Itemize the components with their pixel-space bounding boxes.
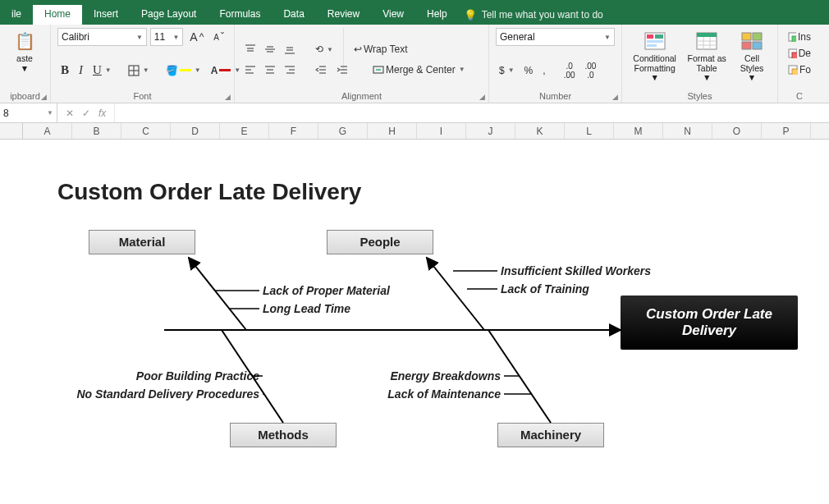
svg-rect-35 [697,33,717,37]
orientation-icon: ⟲ [315,44,323,55]
cell-styles-button[interactable]: Cell Styles▼ [733,28,771,85]
svg-line-53 [427,258,484,330]
col-A[interactable]: A [23,123,72,139]
clipboard-launcher[interactable]: ◢ [41,93,47,101]
number-format-combo[interactable]: General▼ [496,28,615,46]
group-number-label: Number ◢ [496,89,615,101]
svg-rect-41 [753,33,762,40]
align-bottom-button[interactable] [281,42,299,57]
col-J[interactable]: J [466,123,515,139]
cancel-formula-button[interactable]: ✕ [66,108,74,119]
col-H[interactable]: H [368,123,417,139]
fishbone-lines [0,140,829,501]
merge-center-button[interactable]: Merge & Center▼ [369,62,469,77]
col-O[interactable]: O [712,123,762,139]
align-center-button[interactable] [261,62,279,77]
group-clipboard-label: ipboard ◢ [7,89,44,101]
format-as-table-button[interactable]: Format as Table▼ [684,28,730,85]
percent-format-button[interactable]: % [521,63,537,78]
increase-font-button[interactable]: A^ [186,29,207,45]
decrease-decimal-button[interactable]: .00.0 [582,60,600,81]
svg-line-52 [189,258,246,330]
col-P[interactable]: P [762,123,811,139]
svg-rect-31 [655,34,663,39]
tab-data[interactable]: Data [272,5,315,25]
tell-me-search[interactable]: 💡 Tell me what you want to do [464,5,603,25]
tab-page-layout[interactable]: Page Layout [130,5,208,25]
svg-line-55 [488,330,551,423]
font-name-combo[interactable]: Calibri▼ [57,28,147,46]
cell-styles-icon [740,30,763,53]
comma-format-button[interactable]: , [539,63,548,78]
bold-button[interactable]: B [57,62,72,79]
tab-home[interactable]: Home [33,5,82,25]
merge-icon [373,64,384,76]
align-right-button[interactable] [281,62,299,77]
fx-button[interactable]: fx [98,108,106,119]
column-headers: A B C D E F G H I J K L M N O P [0,123,829,140]
col-I[interactable]: I [417,123,466,139]
orientation-button[interactable]: ⟲▼ [312,42,337,57]
font-launcher[interactable]: ◢ [225,93,231,101]
tab-view[interactable]: View [371,5,415,25]
formula-bar: 8 ▼ ✕ ✓ fx [0,103,829,123]
decrease-indent-button[interactable] [312,62,330,77]
format-cells-button[interactable]: Fo [785,62,814,77]
tell-me-label: Tell me what you want to do [482,9,603,21]
col-D[interactable]: D [171,123,220,139]
tab-review[interactable]: Review [316,5,371,25]
decrease-font-button[interactable]: Aˇ [210,30,227,44]
col-G[interactable]: G [318,123,368,139]
borders-button[interactable]: ▼ [125,63,153,78]
increase-decimal-button[interactable]: .0.00 [561,60,579,81]
conditional-formatting-button[interactable]: Conditional Formatting▼ [629,28,680,85]
svg-rect-49 [792,69,798,75]
accounting-format-button[interactable]: $▼ [496,63,518,78]
name-box[interactable]: 8 ▼ [0,103,57,122]
select-all-corner[interactable] [0,123,23,139]
insert-cells-button[interactable]: Ins [785,30,814,44]
ribbon: 📋 aste ▼ ipboard ◢ Calibri▼ 11▼ A^ Aˇ B … [0,25,829,103]
conditional-formatting-icon [644,30,666,53]
increase-indent-button[interactable] [333,62,351,77]
paste-icon: 📋 [13,30,36,53]
number-launcher[interactable]: ◢ [612,93,618,101]
borders-icon [128,65,140,76]
tab-formulas[interactable]: Formulas [208,5,272,25]
col-F[interactable]: F [269,123,318,139]
svg-rect-43 [753,42,762,49]
wrap-text-button[interactable]: ↩ Wrap Text [350,42,411,57]
tab-help[interactable]: Help [415,5,459,25]
italic-button[interactable]: I [76,62,86,79]
col-C[interactable]: C [121,123,171,139]
delete-cells-button[interactable]: De [785,46,814,61]
group-cells-label: C [785,89,814,101]
col-E[interactable]: E [220,123,269,139]
fill-icon: 🪣 [166,65,178,76]
alignment-launcher[interactable]: ◢ [479,93,485,101]
underline-button[interactable]: U▼ [89,62,115,79]
svg-rect-40 [742,33,751,40]
col-B[interactable]: B [72,123,121,139]
group-font-label: Font ◢ [57,89,227,101]
format-as-table-icon [695,30,718,53]
svg-rect-45 [792,36,796,42]
accept-formula-button[interactable]: ✓ [82,108,90,119]
worksheet-area[interactable]: Custom Order Late Delivery Material Peop… [0,140,829,501]
formula-input[interactable] [115,103,829,122]
name-box-dropdown[interactable]: ▼ [47,109,53,117]
col-L[interactable]: L [565,123,614,139]
col-M[interactable]: M [614,123,663,139]
svg-rect-33 [647,44,657,47]
align-left-button[interactable] [241,62,259,77]
col-K[interactable]: K [515,123,565,139]
font-size-combo[interactable]: 11▼ [150,28,184,46]
paste-button[interactable]: 📋 aste ▼ [7,28,43,75]
fill-color-button[interactable]: 🪣▼ [163,63,204,78]
col-N[interactable]: N [663,123,712,139]
tab-insert[interactable]: Insert [82,5,130,25]
tab-file[interactable]: ile [0,5,33,25]
align-middle-button[interactable] [261,42,279,57]
group-styles-label: Styles [629,89,771,101]
align-top-button[interactable] [241,42,259,57]
